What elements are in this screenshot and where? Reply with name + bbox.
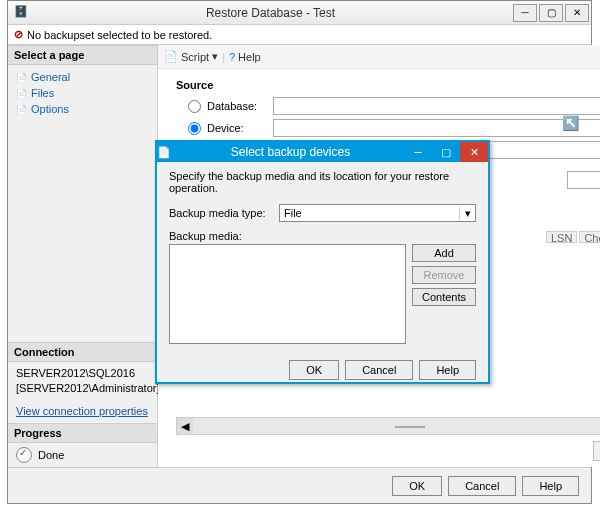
sidebar-item-general[interactable]: General xyxy=(8,69,157,85)
progress-done-icon xyxy=(16,447,32,463)
contents-button[interactable]: Contents xyxy=(412,288,476,306)
progress-header: Progress xyxy=(8,423,157,443)
media-list-label: Backup media: xyxy=(169,230,476,242)
sidebar-item-files[interactable]: Files xyxy=(8,85,157,101)
connection-header: Connection xyxy=(8,342,157,362)
script-dropdown[interactable]: 📄 Script ▾ xyxy=(164,50,218,63)
warning-icon: ⊘ xyxy=(14,28,23,41)
horizontal-scrollbar[interactable]: ◀ ▶ xyxy=(176,417,600,435)
add-button[interactable]: Add xyxy=(412,244,476,262)
scroll-thumb[interactable] xyxy=(395,426,425,428)
col-lsn[interactable]: LSN xyxy=(546,231,577,243)
modal-icon: 📄 xyxy=(157,146,177,159)
modal-titlebar[interactable]: 📄 Select backup devices ─ ▢ ✕ xyxy=(157,142,488,162)
main-help-button[interactable]: Help xyxy=(522,476,579,496)
remove-button[interactable]: Remove xyxy=(412,266,476,284)
modal-ok-button[interactable]: OK xyxy=(289,360,339,380)
warning-bar: ⊘ No backupset selected to be restored. xyxy=(8,25,591,45)
media-type-select[interactable]: File▾ xyxy=(279,204,476,222)
verify-backup-button[interactable]: Verify Backup Media xyxy=(593,441,600,461)
database-radio-label: Database: xyxy=(207,100,267,112)
backup-media-listbox[interactable] xyxy=(169,244,406,344)
media-type-label: Backup media type: xyxy=(169,207,269,219)
main-ok-button[interactable]: OK xyxy=(392,476,442,496)
device-field[interactable] xyxy=(273,119,600,137)
modal-help-button[interactable]: Help xyxy=(419,360,476,380)
app-icon: 🗄️ xyxy=(14,5,30,21)
modal-maximize-button[interactable]: ▢ xyxy=(432,142,460,162)
sidebar: Select a page General Files Options Conn… xyxy=(8,45,158,467)
scroll-left-icon[interactable]: ◀ xyxy=(177,418,193,434)
select-page-header: Select a page xyxy=(8,45,157,65)
timeline-field xyxy=(567,171,600,189)
view-connection-link[interactable]: View connection properties xyxy=(8,399,157,423)
source-label: Source xyxy=(176,79,600,91)
progress-status: Done xyxy=(38,449,64,461)
modal-title-text: Select backup devices xyxy=(177,145,404,159)
modal-close-button[interactable]: ✕ xyxy=(460,142,488,162)
database-combo[interactable] xyxy=(273,97,600,115)
device-radio[interactable] xyxy=(188,122,201,135)
col-checkpoint-lsn[interactable]: Checkpoint LSN xyxy=(579,231,600,243)
modal-cancel-button[interactable]: Cancel xyxy=(345,360,413,380)
maximize-button[interactable]: ▢ xyxy=(539,4,563,22)
minimize-button[interactable]: ─ xyxy=(513,4,537,22)
modal-minimize-button[interactable]: ─ xyxy=(404,142,432,162)
main-titlebar[interactable]: 🗄️ Restore Database - Test ─ ▢ ✕ xyxy=(8,1,591,25)
help-button[interactable]: ? Help xyxy=(229,51,261,63)
database-radio[interactable] xyxy=(188,100,201,113)
warning-text: No backupset selected to be restored. xyxy=(27,29,212,41)
main-cancel-button[interactable]: Cancel xyxy=(448,476,516,496)
connection-info: SERVER2012\SQL2016 [SERVER2012\Administr… xyxy=(8,362,157,399)
device-radio-label: Device: xyxy=(207,122,267,134)
close-button[interactable]: ✕ xyxy=(565,4,589,22)
main-title-text: Restore Database - Test xyxy=(30,6,511,20)
modal-description: Specify the backup media and its locatio… xyxy=(169,170,476,194)
sidebar-item-options[interactable]: Options xyxy=(8,101,157,117)
select-backup-devices-dialog: 📄 Select backup devices ─ ▢ ✕ Specify th… xyxy=(155,140,490,384)
chevron-down-icon: ▾ xyxy=(459,207,475,220)
